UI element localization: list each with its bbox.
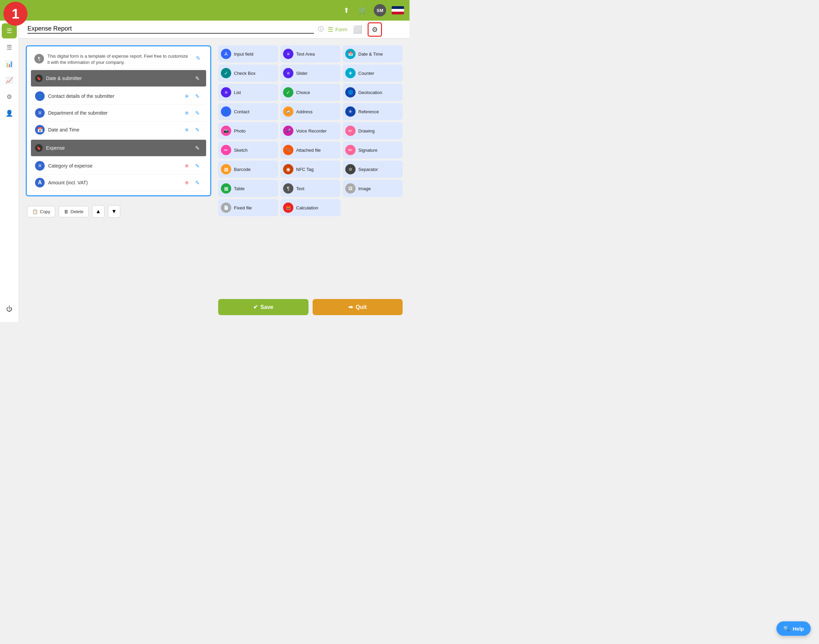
form-actions: 📋 Copy 🗑 Delete ▲ ▼ (26, 205, 211, 218)
field-type-list[interactable]: ≡ List (218, 84, 278, 101)
ft-label: NFC Tag (296, 167, 313, 172)
field-type-barcode[interactable]: ▦ Barcode (218, 161, 278, 178)
sidebar-item-analytics[interactable]: 📊 (2, 56, 17, 71)
input-icon: A (35, 178, 45, 187)
copy-button[interactable]: 📋 Copy (27, 206, 55, 217)
field-type-fixed-file[interactable]: 📄 Fixed file (218, 199, 278, 216)
ft-label: Attached file (296, 147, 321, 153)
field-type-address[interactable]: 🏠 Address (280, 103, 340, 120)
required-star: ✳ (184, 93, 189, 100)
field-type-signature[interactable]: ✏ Signature (343, 141, 403, 159)
upload-icon[interactable]: ⬆ (341, 5, 352, 16)
form-panel: ¶ This digital form is a template of exp… (26, 45, 211, 196)
required-star: ✳ (184, 163, 189, 169)
form-list-button[interactable]: ☰ Form (328, 26, 347, 33)
field-amount[interactable]: A Amount (incl. VAT) ✳ ✎ (31, 175, 206, 191)
ft-label: Signature (358, 147, 378, 153)
section-expense[interactable]: 🔖 Expense ✎ (31, 140, 206, 156)
section-label: Expense (46, 145, 65, 151)
field-type-separator[interactable]: ⊘ Separator (343, 161, 403, 178)
field-type-sketch[interactable]: ✏ Sketch (218, 141, 278, 159)
list-icon: ≡ (35, 161, 45, 170)
field-types-panel: A Input field ≡ Text Area 📅 Date & Time … (218, 45, 403, 315)
field-type-geolocation[interactable]: 🌐 Geolocation (343, 84, 403, 101)
field-type-reference[interactable]: ✳ Reference (343, 103, 403, 120)
field-label: Amount (incl. VAT) (48, 180, 181, 186)
move-up-button[interactable]: ▲ (92, 205, 104, 218)
field-edit-button[interactable]: ✎ (192, 108, 202, 118)
field-type-attached-file[interactable]: 📎 Attached file (280, 141, 340, 159)
ft-label: Input field (234, 52, 253, 57)
info-icon[interactable]: ⓘ (318, 26, 324, 33)
header-icons: ⬆ 🛒 SM (341, 4, 404, 17)
ft-icon: 📄 (221, 202, 231, 213)
field-edit-button[interactable]: ✎ (192, 91, 202, 101)
section-edit-button[interactable]: ✎ (192, 143, 202, 153)
ft-icon: ¶ (283, 183, 293, 193)
sidebar-item-user[interactable]: 👤 (2, 106, 17, 121)
ft-label: Fixed file (234, 205, 252, 210)
form-title-input[interactable] (28, 25, 314, 34)
field-type-counter[interactable]: + Counter (343, 64, 403, 82)
toolbar: ⓘ ☰ Form ⬜ ⚙ (0, 21, 410, 38)
ft-label: Separator (358, 167, 378, 172)
sidebar-item-stats[interactable]: 📈 (2, 73, 17, 88)
ft-icon: 👤 (221, 106, 231, 117)
section-date-submitter[interactable]: 🔖 Date & submitter ✎ (31, 70, 206, 86)
field-type-date-time[interactable]: 📅 Date & Time (343, 45, 403, 63)
basket-icon[interactable]: 🛒 (357, 5, 368, 16)
field-type-drawing[interactable]: ✏ Drawing (343, 122, 403, 140)
field-category[interactable]: ≡ Category of expense ✳ ✎ (31, 158, 206, 175)
copy-icon: 📋 (32, 209, 38, 214)
field-edit-button[interactable]: ✎ (192, 125, 202, 135)
language-flag[interactable] (392, 6, 404, 14)
ft-label: Choice (296, 90, 310, 95)
sidebar-item-power[interactable]: ⏻ (2, 301, 17, 316)
field-type-input-field[interactable]: A Input field (218, 45, 278, 63)
field-contact-details[interactable]: 👤 Contact details of the submitter ✳ ✎ (31, 88, 206, 105)
field-edit-button[interactable]: ✎ (192, 178, 202, 187)
field-type-text[interactable]: ¶ Text (280, 180, 340, 197)
save-button[interactable]: ✔ Save (218, 299, 309, 315)
ft-label: Table (234, 186, 244, 191)
sidebar-item-settings[interactable]: ⚙ (2, 89, 17, 104)
ft-label: Voice Recorder (296, 129, 327, 133)
settings-button[interactable]: ⚙ (367, 22, 382, 37)
quit-button[interactable]: ➡ Quit (313, 299, 403, 315)
avatar[interactable]: SM (374, 4, 386, 17)
field-type-slider[interactable]: ≡ Slider (280, 64, 340, 82)
field-type-voice-recorder[interactable]: 🎤 Voice Recorder (280, 122, 340, 140)
list-icon: ≡ (35, 108, 45, 118)
ft-icon: ✓ (283, 87, 293, 98)
field-edit-button[interactable]: ✎ (192, 161, 202, 170)
field-type-text-area[interactable]: ≡ Text Area (280, 45, 340, 63)
ft-icon: 📅 (345, 49, 356, 59)
field-type-table[interactable]: ▦ Table (218, 180, 278, 197)
field-type-photo[interactable]: 📷 Photo (218, 122, 278, 140)
delete-button[interactable]: 🗑 Delete (59, 206, 89, 217)
ft-icon: + (345, 68, 356, 78)
ft-icon: 🖼 (345, 183, 356, 193)
bottom-buttons: ✔ Save ➡ Quit (218, 299, 403, 315)
field-type-calculation[interactable]: 🧮 Calculation (280, 199, 340, 216)
sidebar-item-list[interactable]: ☰ (2, 40, 17, 55)
field-department[interactable]: ≡ Department of the submitter ✳ ✎ (31, 105, 206, 121)
field-date-time[interactable]: 📅 Date and Time ✳ ✎ (31, 121, 206, 138)
ft-icon: ◉ (283, 164, 293, 175)
description-edit-button[interactable]: ✎ (193, 53, 203, 63)
export-button[interactable]: ⬜ (353, 25, 362, 34)
move-down-button[interactable]: ▼ (108, 205, 120, 218)
field-type-image[interactable]: 🖼 Image (343, 180, 403, 197)
ft-icon: ⊘ (345, 164, 356, 175)
bookmark-icon: 🔖 (35, 75, 43, 82)
field-type-contact[interactable]: 👤 Contact (218, 103, 278, 120)
field-type-choice[interactable]: ✓ Choice (280, 84, 340, 101)
ft-label: Photo (234, 129, 246, 133)
field-type-nfc-tag[interactable]: ◉ NFC Tag (280, 161, 340, 178)
description-icon: ¶ (34, 54, 44, 63)
section-edit-button[interactable]: ✎ (192, 74, 202, 83)
chevron-up-icon: ▲ (95, 209, 101, 215)
power-icon: ⏻ (6, 305, 12, 313)
ft-label: Text (296, 186, 304, 191)
field-type-check-box[interactable]: ✓ Check Box (218, 64, 278, 82)
